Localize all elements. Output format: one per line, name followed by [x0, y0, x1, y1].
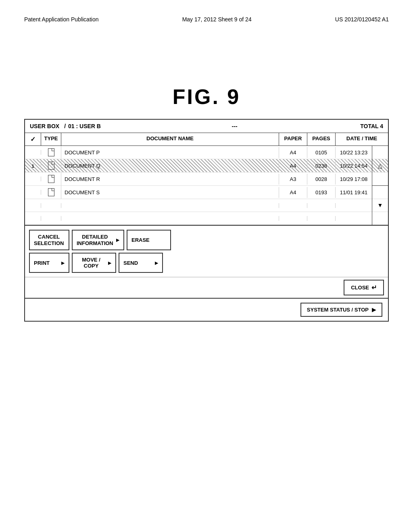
- total-label: TOTAL 4: [360, 123, 383, 129]
- row-check-cell: [25, 177, 41, 181]
- patent-center: May 17, 2012 Sheet 9 of 24: [182, 16, 252, 23]
- table-row-empty: [25, 212, 388, 225]
- separator: /: [64, 123, 66, 129]
- action-area: CANCEL SELECTION DETAILED INFORMATION ▶ …: [25, 225, 388, 277]
- action-row-2: PRINT ▶ MOVE / COPY ▶ SEND ▶: [29, 253, 384, 273]
- top-bar: USER BOX / 01 : USER B --- TOTAL 4: [25, 120, 388, 133]
- column-headers: ✓ TYPE DOCUMENT NAME PAPER PAGES DATE / …: [25, 133, 388, 146]
- erase-label: ERASE: [131, 237, 150, 243]
- main-ui-panel: USER BOX / 01 : USER B --- TOTAL 4 ✓ TYP…: [24, 119, 389, 322]
- col-paper: PAPER: [279, 133, 307, 145]
- send-label: SEND: [123, 260, 138, 266]
- up-arrow-icon: △: [378, 162, 382, 169]
- table-row[interactable]: DOCUMENT RA3002810/29 17:08: [25, 172, 388, 186]
- row-paper-cell: A4: [279, 147, 307, 158]
- row-check-cell: 1: [25, 160, 41, 171]
- table-row[interactable]: DOCUMENT PA4010510/22 13:23: [25, 146, 388, 159]
- down-arrow-icon: ▼: [378, 202, 383, 208]
- row-pages-cell: 0028: [307, 174, 336, 185]
- row-paper-cell: A3: [279, 174, 307, 185]
- detailed-information-label: DETAILED INFORMATION: [77, 234, 113, 246]
- document-list: DOCUMENT PA4010510/22 13:231DOCUMENT QA4…: [25, 146, 388, 225]
- document-icon: [48, 148, 54, 156]
- row-paper-cell: A4: [279, 187, 307, 198]
- action-row-1: CANCEL SELECTION DETAILED INFORMATION ▶ …: [29, 230, 384, 250]
- scroll-up-button[interactable]: △: [372, 146, 388, 186]
- patent-header: Patent Application Publication May 17, 2…: [24, 16, 389, 23]
- close-label: CLOSE: [351, 285, 369, 291]
- row-pages-cell: 0193: [307, 187, 336, 198]
- document-icon: [48, 175, 54, 183]
- scroll-buttons: △ ▼: [372, 146, 388, 225]
- enter-icon: ↵: [371, 284, 377, 291]
- table-row[interactable]: DOCUMENT SA4019311/01 19:41: [25, 186, 388, 199]
- system-bar: SYSTEM STATUS / STOP ▶: [25, 298, 388, 321]
- detailed-arrow-icon: ▶: [116, 238, 119, 243]
- table-row[interactable]: 1DOCUMENT QA4023810/22 14:54: [25, 159, 388, 172]
- col-pages: PAGES: [307, 133, 336, 145]
- system-status-button[interactable]: SYSTEM STATUS / STOP ▶: [300, 303, 382, 317]
- user-label: 01 : USER B: [68, 123, 101, 129]
- row-name-cell: DOCUMENT P: [61, 147, 279, 158]
- col-type: TYPE: [41, 133, 61, 145]
- figure-title: FIG. 9: [0, 85, 413, 109]
- erase-button[interactable]: ERASE: [127, 230, 171, 250]
- patent-right: US 2012/0120452 A1: [335, 16, 389, 23]
- send-arrow-icon: ▶: [155, 261, 158, 265]
- row-type-cell: [41, 159, 61, 172]
- send-button[interactable]: SEND ▶: [119, 253, 163, 273]
- detailed-information-button[interactable]: DETAILED INFORMATION ▶: [72, 230, 124, 250]
- row-type-cell: [41, 172, 61, 185]
- row-pages-cell: 0105: [307, 147, 336, 158]
- row-check-cell: [25, 190, 41, 195]
- close-button[interactable]: CLOSE ↵: [344, 280, 384, 295]
- col-check: ✓: [25, 133, 41, 145]
- print-button[interactable]: PRINT ▶: [29, 253, 69, 273]
- system-status-arrow-icon: ▶: [372, 307, 376, 313]
- row-check-cell: [25, 150, 41, 155]
- row-type-cell: [41, 146, 61, 159]
- row-type-cell: [41, 186, 61, 199]
- system-status-label: SYSTEM STATUS / STOP: [307, 307, 369, 313]
- cancel-selection-button[interactable]: CANCEL SELECTION: [29, 230, 69, 250]
- row-name-cell: DOCUMENT S: [61, 187, 279, 198]
- document-icon: [48, 162, 54, 170]
- table-row-empty: [25, 199, 388, 212]
- row-name-cell: DOCUMENT R: [61, 174, 279, 185]
- print-label: PRINT: [34, 260, 50, 266]
- scroll-down-button[interactable]: ▼: [372, 186, 388, 225]
- document-icon: [48, 188, 54, 196]
- dashes: ---: [109, 123, 360, 129]
- patent-left: Patent Application Publication: [24, 16, 98, 23]
- row-pages-cell: 0238: [307, 160, 336, 171]
- move-copy-button[interactable]: MOVE / COPY ▶: [72, 253, 116, 273]
- row-paper-cell: A4: [279, 160, 307, 171]
- cancel-selection-label: CANCEL SELECTION: [34, 234, 64, 246]
- col-name: DOCUMENT NAME: [61, 133, 279, 145]
- print-arrow-icon: ▶: [61, 261, 65, 265]
- move-copy-label: MOVE / COPY: [77, 257, 106, 269]
- bottom-row: CLOSE ↵: [25, 277, 388, 298]
- userbox-label: USER BOX: [30, 123, 59, 129]
- col-datetime: DATE / TIME: [336, 133, 388, 145]
- move-copy-arrow-icon: ▶: [108, 261, 111, 265]
- row-name-cell: DOCUMENT Q: [61, 160, 279, 171]
